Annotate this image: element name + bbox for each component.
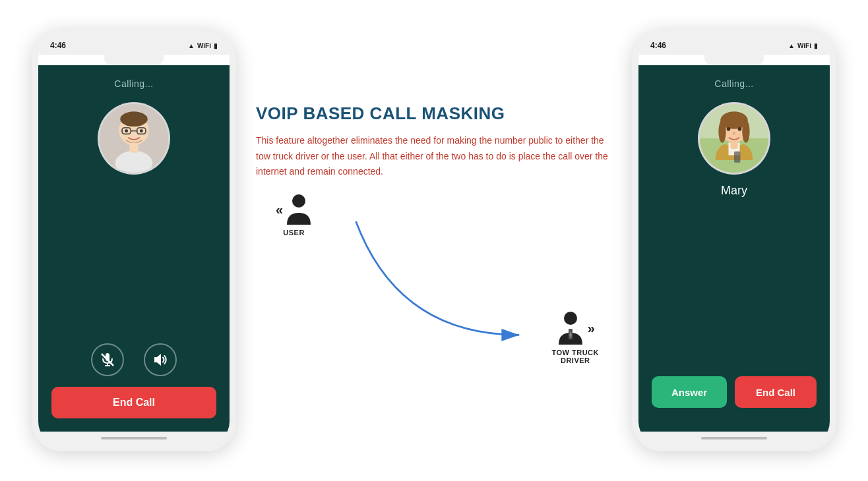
phone-right-answer-button[interactable]: Answer bbox=[652, 376, 727, 408]
diagram-area: « USER bbox=[256, 193, 612, 378]
driver-label: TOW TRUCK DRIVER bbox=[551, 349, 599, 364]
phone-right-contact-name: Mary bbox=[721, 184, 747, 198]
phone-right-screen: Calling... bbox=[638, 65, 830, 432]
phone-left-status-bar: 4:46 ▲ WiFi ▮ bbox=[38, 36, 230, 55]
phone-left-status-icons: ▲ WiFi ▮ bbox=[188, 42, 218, 49]
phone-right-btn-row: Answer End Call bbox=[652, 376, 817, 408]
phone-right-avatar-image bbox=[700, 102, 768, 175]
phone-left-controls bbox=[91, 343, 177, 376]
svg-point-25 bbox=[742, 121, 749, 143]
phone-left-time: 4:46 bbox=[50, 41, 66, 50]
battery-icon-right: ▮ bbox=[814, 42, 818, 49]
phone-left-notch bbox=[104, 55, 164, 65]
phone-left: 4:46 ▲ WiFi ▮ Calling... bbox=[32, 30, 236, 451]
phone-left-avatar bbox=[98, 102, 170, 175]
speaker-button[interactable] bbox=[144, 343, 177, 376]
svg-point-28 bbox=[733, 132, 735, 135]
phone-right-calling-text: Calling... bbox=[714, 78, 753, 89]
phone-right-time: 4:46 bbox=[650, 41, 666, 50]
phone-right-home-bar bbox=[638, 432, 830, 445]
battery-icon: ▮ bbox=[214, 42, 218, 49]
svg-rect-31 bbox=[734, 152, 740, 163]
phone-left-end-call-button[interactable]: End Call bbox=[51, 387, 216, 418]
svg-point-17 bbox=[564, 312, 577, 325]
phone-right: 4:46 ▲ WiFi ▮ Calling... bbox=[632, 30, 836, 451]
signal-icon-right: ▲ bbox=[788, 42, 795, 49]
phone-right-status-bar: 4:46 ▲ WiFi ▮ bbox=[638, 36, 830, 55]
svg-point-26 bbox=[727, 127, 731, 131]
speaker-icon bbox=[152, 352, 168, 368]
phone-right-status-icons: ▲ WiFi ▮ bbox=[788, 42, 818, 49]
chevron-right-icon: » bbox=[588, 321, 595, 336]
svg-point-7 bbox=[140, 129, 143, 132]
phone-left-screen: Calling... bbox=[38, 65, 230, 432]
signal-icon: ▲ bbox=[188, 42, 195, 49]
phone-left-home-indicator bbox=[101, 437, 167, 439]
mute-icon bbox=[100, 352, 115, 368]
voip-title: VOIP BASED CALL MASKING bbox=[256, 103, 505, 124]
svg-rect-9 bbox=[129, 143, 138, 153]
voip-description: This feature altogether eliminates the n… bbox=[256, 133, 612, 180]
phone-right-notch bbox=[704, 55, 764, 65]
wifi-icon-right: WiFi bbox=[797, 42, 811, 49]
middle-section: VOIP BASED CALL MASKING This feature alt… bbox=[236, 103, 632, 378]
svg-point-2 bbox=[120, 111, 148, 127]
phone-right-button-area: Answer End Call bbox=[652, 376, 817, 408]
svg-rect-30 bbox=[730, 140, 737, 149]
phone-left-avatar-image bbox=[100, 102, 168, 175]
wifi-icon: WiFi bbox=[197, 42, 211, 49]
svg-point-24 bbox=[718, 121, 726, 143]
svg-point-8 bbox=[115, 151, 153, 175]
mute-button[interactable] bbox=[91, 343, 124, 376]
phone-left-calling-text: Calling... bbox=[114, 78, 153, 89]
svg-point-27 bbox=[738, 127, 742, 131]
phone-left-home-bar bbox=[38, 432, 230, 445]
svg-marker-14 bbox=[154, 354, 161, 366]
phone-right-end-call-button[interactable]: End Call bbox=[735, 376, 817, 408]
svg-point-6 bbox=[125, 129, 128, 132]
phone-right-home-indicator bbox=[701, 437, 767, 439]
diagram-driver: » TOW TRUCK DRIVER bbox=[551, 310, 599, 364]
driver-person-icon bbox=[556, 310, 585, 346]
phone-right-avatar bbox=[698, 102, 770, 175]
